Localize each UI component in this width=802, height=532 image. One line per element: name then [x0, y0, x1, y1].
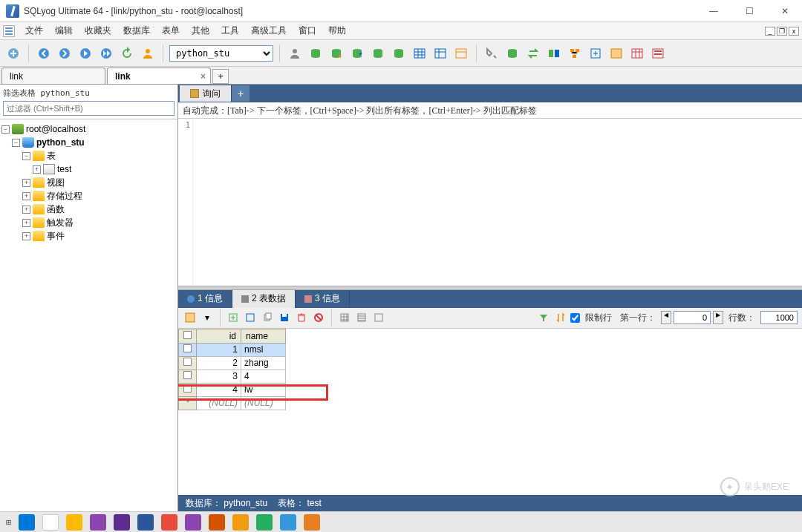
taskbar-app-icon[interactable] [209, 514, 225, 531]
tool-visual-icon[interactable] [628, 45, 646, 62]
first-row-next[interactable]: ▶ [713, 311, 723, 324]
grid-cancel-icon[interactable] [311, 310, 326, 325]
menu-help[interactable]: 帮助 [322, 22, 352, 39]
tool-grid3-icon[interactable] [452, 45, 470, 62]
taskbar-app-icon[interactable] [280, 514, 296, 531]
result-tab-data[interactable]: 2 表数据 [232, 290, 296, 308]
taskbar-app-icon[interactable] [42, 514, 59, 531]
tool-export-icon[interactable] [587, 45, 604, 62]
grid-delete-icon[interactable] [294, 310, 309, 325]
tool-grid2-icon[interactable] [431, 45, 449, 62]
add-connection-tab[interactable]: + [212, 69, 229, 84]
collapse-icon[interactable]: − [1, 125, 10, 134]
taskbar-app-icon[interactable] [114, 514, 130, 531]
menu-icon[interactable] [3, 25, 15, 37]
tool-grid1-icon[interactable] [411, 45, 428, 62]
expand-icon[interactable]: + [22, 192, 30, 200]
mdi-minimize-button[interactable]: _ [765, 27, 775, 36]
menu-database[interactable]: 数据库 [117, 22, 156, 39]
menu-edit[interactable]: 编辑 [49, 22, 79, 39]
tree-table-node[interactable]: + test [1, 162, 176, 176]
execute-icon[interactable] [76, 45, 94, 62]
rows-input[interactable] [760, 311, 798, 324]
menu-file[interactable]: 文件 [19, 22, 49, 39]
minimize-button[interactable]: — [702, 6, 725, 16]
filter-icon[interactable] [536, 310, 551, 325]
mdi-close-button[interactable]: x [789, 27, 799, 36]
tab-close-icon[interactable]: × [200, 71, 206, 82]
table-row[interactable]: 2 zhang [179, 356, 286, 370]
table-row-new[interactable]: * (NULL) (NULL) [179, 396, 286, 410]
tool-schema-icon[interactable] [566, 45, 584, 62]
expand-icon[interactable]: + [22, 179, 30, 187]
tool-db3-icon[interactable] [348, 45, 366, 62]
collapse-icon[interactable]: − [12, 139, 20, 147]
tree-server-node[interactable]: − root@localhost [1, 122, 176, 136]
grid-export-icon[interactable] [226, 310, 241, 325]
row-checkbox[interactable] [183, 358, 192, 366]
grid-dropdown-icon[interactable]: ▾ [200, 310, 215, 325]
tree-database-node[interactable]: − python_stu [1, 136, 176, 149]
tree-tables-folder[interactable]: − 表 [1, 149, 176, 162]
taskbar-app-icon[interactable] [137, 514, 154, 531]
menu-favorites[interactable]: 收藏夹 [79, 22, 117, 39]
taskbar-app-icon[interactable] [19, 514, 35, 531]
expand-icon[interactable]: + [33, 165, 41, 174]
taskbar-app-icon[interactable] [185, 514, 201, 531]
expand-icon[interactable]: + [22, 219, 30, 227]
grid-view1-icon[interactable] [337, 310, 352, 325]
filter-input[interactable] [3, 101, 175, 116]
tool-db6-icon[interactable] [503, 45, 521, 62]
expand-icon[interactable]: + [22, 206, 30, 214]
tree-views-folder[interactable]: + 视图 [1, 176, 176, 189]
database-selector[interactable]: python_stu [169, 45, 273, 62]
limit-rows-checkbox[interactable] [570, 313, 580, 323]
sql-editor[interactable]: 1 [178, 119, 802, 286]
sort-icon[interactable] [553, 310, 568, 325]
grid-copy-icon[interactable] [260, 310, 275, 325]
menu-window[interactable]: 窗口 [293, 22, 322, 39]
tool-db5-icon[interactable] [390, 45, 408, 62]
taskbar-app-icon[interactable] [161, 514, 177, 531]
grid-view2-icon[interactable] [354, 310, 369, 325]
mdi-restore-button[interactable]: ❐ [777, 27, 787, 36]
close-button[interactable]: ✕ [774, 6, 796, 16]
tool-compare-icon[interactable] [545, 45, 563, 62]
connection-tab-active[interactable]: link × [107, 68, 211, 84]
data-grid[interactable]: id name 1 nmsl 2 zhang 3 4 [178, 329, 286, 410]
tool-sync-icon[interactable] [524, 45, 542, 62]
taskbar-app-icon[interactable] [256, 514, 273, 531]
table-row[interactable]: 1 nmsl [179, 343, 286, 356]
taskbar-app-icon[interactable] [90, 514, 106, 531]
select-all-checkbox[interactable] [179, 329, 197, 343]
collapse-icon[interactable]: − [22, 152, 30, 160]
refresh-icon[interactable] [118, 45, 136, 62]
first-row-prev[interactable]: ◀ [661, 311, 671, 324]
row-checkbox[interactable] [183, 371, 192, 379]
row-checkbox[interactable] [183, 384, 192, 393]
nav-back-icon[interactable] [35, 45, 53, 62]
tree-funcs-folder[interactable]: + 函数 [1, 203, 176, 216]
execute-all-icon[interactable] [97, 45, 115, 62]
tool-query-icon[interactable] [607, 45, 625, 62]
menu-other[interactable]: 其他 [186, 22, 215, 39]
table-row[interactable]: 4 lw [179, 383, 286, 396]
grid-refresh-icon[interactable] [183, 310, 198, 325]
table-row[interactable]: 3 4 [179, 370, 286, 383]
column-header-name[interactable]: name [241, 329, 286, 343]
menu-tools[interactable]: 工具 [215, 22, 245, 39]
grid-add-icon[interactable] [243, 310, 258, 325]
result-tab-info[interactable]: 1 信息 [178, 290, 232, 308]
nav-forward-icon[interactable] [56, 45, 74, 62]
first-row-input[interactable] [674, 311, 711, 324]
tool-format-icon[interactable] [483, 45, 501, 62]
tool-db2-icon[interactable] [327, 45, 345, 62]
tree-procs-folder[interactable]: + 存储过程 [1, 189, 176, 203]
column-header-id[interactable]: id [197, 329, 241, 343]
tree-events-folder[interactable]: + 事件 [1, 229, 176, 243]
menu-powertools[interactable]: 高级工具 [245, 22, 293, 39]
query-tab[interactable]: 询问 [180, 85, 232, 102]
taskbar-start[interactable]: ⊞ [6, 517, 11, 528]
menu-table[interactable]: 表单 [156, 22, 186, 39]
taskbar-app-icon[interactable] [232, 514, 249, 531]
